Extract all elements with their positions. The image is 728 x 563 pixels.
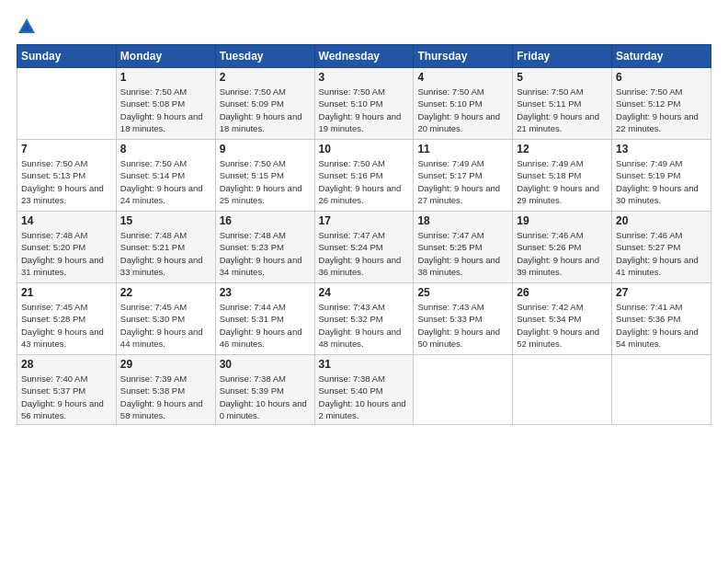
day-info: Sunrise: 7:40 AMSunset: 5:37 PMDaylight:… — [21, 373, 104, 420]
week-row-1: 1Sunrise: 7:50 AMSunset: 5:08 PMDaylight… — [17, 68, 711, 140]
day-header-monday: Monday — [116, 45, 215, 68]
day-cell: 13Sunrise: 7:49 AMSunset: 5:19 PMDayligh… — [612, 140, 711, 212]
day-number: 29 — [120, 358, 211, 371]
day-info: Sunrise: 7:44 AMSunset: 5:31 PMDaylight:… — [220, 302, 302, 349]
day-info: Sunrise: 7:42 AMSunset: 5:34 PMDaylight:… — [517, 302, 599, 349]
day-cell: 16Sunrise: 7:48 AMSunset: 5:23 PMDayligh… — [215, 212, 314, 283]
day-number: 9 — [220, 143, 311, 155]
day-header-sunday: Sunday — [17, 45, 117, 68]
day-number: 4 — [417, 71, 508, 84]
day-info: Sunrise: 7:50 AMSunset: 5:14 PMDaylight:… — [120, 158, 203, 205]
day-number: 31 — [319, 358, 410, 371]
calendar-container: SundayMondayTuesdayWednesdayThursdayFrid… — [0, 0, 728, 434]
day-number: 18 — [417, 214, 508, 227]
day-info: Sunrise: 7:39 AMSunset: 5:38 PMDaylight:… — [120, 373, 203, 420]
day-info: Sunrise: 7:47 AMSunset: 5:25 PMDaylight:… — [417, 230, 500, 277]
day-info: Sunrise: 7:50 AMSunset: 5:08 PMDaylight:… — [120, 86, 203, 133]
day-number: 20 — [616, 214, 707, 227]
day-header-tuesday: Tuesday — [215, 45, 314, 68]
header-row — [17, 17, 711, 37]
day-number: 8 — [120, 143, 211, 155]
day-cell: 5Sunrise: 7:50 AMSunset: 5:11 PMDaylight… — [513, 68, 612, 140]
logo-icon — [17, 17, 37, 37]
day-number: 22 — [120, 286, 211, 299]
day-info: Sunrise: 7:50 AMSunset: 5:10 PMDaylight:… — [319, 86, 402, 133]
week-row-5: 28Sunrise: 7:40 AMSunset: 5:37 PMDayligh… — [17, 355, 711, 425]
day-info: Sunrise: 7:50 AMSunset: 5:15 PMDaylight:… — [220, 158, 302, 205]
day-cell: 11Sunrise: 7:49 AMSunset: 5:17 PMDayligh… — [414, 140, 513, 212]
day-number: 28 — [21, 358, 112, 371]
day-number: 19 — [517, 214, 608, 227]
day-number: 15 — [120, 214, 211, 227]
day-number: 5 — [517, 71, 608, 84]
day-info: Sunrise: 7:50 AMSunset: 5:16 PMDaylight:… — [319, 158, 402, 205]
day-header-wednesday: Wednesday — [314, 45, 414, 68]
day-cell: 23Sunrise: 7:44 AMSunset: 5:31 PMDayligh… — [215, 283, 314, 355]
day-info: Sunrise: 7:45 AMSunset: 5:28 PMDaylight:… — [21, 302, 104, 349]
day-cell — [612, 355, 711, 425]
day-info: Sunrise: 7:49 AMSunset: 5:18 PMDaylight:… — [517, 158, 599, 205]
week-row-3: 14Sunrise: 7:48 AMSunset: 5:20 PMDayligh… — [17, 212, 711, 283]
day-info: Sunrise: 7:50 AMSunset: 5:09 PMDaylight:… — [220, 86, 302, 133]
day-number: 16 — [220, 214, 311, 227]
day-cell: 30Sunrise: 7:38 AMSunset: 5:39 PMDayligh… — [215, 355, 314, 425]
week-row-4: 21Sunrise: 7:45 AMSunset: 5:28 PMDayligh… — [17, 283, 711, 355]
day-info: Sunrise: 7:48 AMSunset: 5:21 PMDaylight:… — [120, 230, 203, 277]
day-number: 12 — [517, 143, 608, 155]
day-number: 30 — [220, 358, 311, 371]
day-cell: 14Sunrise: 7:48 AMSunset: 5:20 PMDayligh… — [17, 212, 117, 283]
day-info: Sunrise: 7:46 AMSunset: 5:27 PMDaylight:… — [616, 230, 699, 277]
day-header-friday: Friday — [513, 45, 612, 68]
day-info: Sunrise: 7:49 AMSunset: 5:17 PMDaylight:… — [417, 158, 500, 205]
day-cell — [513, 355, 612, 425]
day-cell: 8Sunrise: 7:50 AMSunset: 5:14 PMDaylight… — [116, 140, 215, 212]
day-number: 27 — [616, 286, 707, 299]
day-cell — [17, 68, 117, 140]
day-number: 2 — [220, 71, 311, 84]
day-info: Sunrise: 7:43 AMSunset: 5:33 PMDaylight:… — [417, 302, 500, 349]
day-number: 11 — [417, 143, 508, 155]
day-number: 23 — [220, 286, 311, 299]
day-cell: 24Sunrise: 7:43 AMSunset: 5:32 PMDayligh… — [314, 283, 414, 355]
day-cell: 28Sunrise: 7:40 AMSunset: 5:37 PMDayligh… — [17, 355, 117, 425]
day-info: Sunrise: 7:38 AMSunset: 5:40 PMDaylight:… — [319, 373, 406, 420]
day-info: Sunrise: 7:48 AMSunset: 5:20 PMDaylight:… — [21, 230, 104, 277]
day-info: Sunrise: 7:48 AMSunset: 5:23 PMDaylight:… — [220, 230, 302, 277]
day-cell: 19Sunrise: 7:46 AMSunset: 5:26 PMDayligh… — [513, 212, 612, 283]
day-number: 21 — [21, 286, 112, 299]
day-info: Sunrise: 7:47 AMSunset: 5:24 PMDaylight:… — [319, 230, 402, 277]
day-info: Sunrise: 7:46 AMSunset: 5:26 PMDaylight:… — [517, 230, 599, 277]
day-info: Sunrise: 7:50 AMSunset: 5:12 PMDaylight:… — [616, 86, 699, 133]
day-number: 6 — [616, 71, 707, 84]
day-number: 24 — [319, 286, 410, 299]
day-cell: 10Sunrise: 7:50 AMSunset: 5:16 PMDayligh… — [314, 140, 414, 212]
day-cell: 31Sunrise: 7:38 AMSunset: 5:40 PMDayligh… — [314, 355, 414, 425]
day-cell: 27Sunrise: 7:41 AMSunset: 5:36 PMDayligh… — [612, 283, 711, 355]
day-number: 1 — [120, 71, 211, 84]
day-info: Sunrise: 7:38 AMSunset: 5:39 PMDaylight:… — [220, 373, 307, 420]
day-cell: 15Sunrise: 7:48 AMSunset: 5:21 PMDayligh… — [116, 212, 215, 283]
week-row-2: 7Sunrise: 7:50 AMSunset: 5:13 PMDaylight… — [17, 140, 711, 212]
day-cell: 21Sunrise: 7:45 AMSunset: 5:28 PMDayligh… — [17, 283, 117, 355]
day-cell: 18Sunrise: 7:47 AMSunset: 5:25 PMDayligh… — [414, 212, 513, 283]
day-cell: 25Sunrise: 7:43 AMSunset: 5:33 PMDayligh… — [414, 283, 513, 355]
day-info: Sunrise: 7:50 AMSunset: 5:11 PMDaylight:… — [517, 86, 599, 133]
day-cell: 6Sunrise: 7:50 AMSunset: 5:12 PMDaylight… — [612, 68, 711, 140]
day-cell: 26Sunrise: 7:42 AMSunset: 5:34 PMDayligh… — [513, 283, 612, 355]
day-number: 13 — [616, 143, 707, 155]
day-number: 3 — [319, 71, 410, 84]
day-cell: 17Sunrise: 7:47 AMSunset: 5:24 PMDayligh… — [314, 212, 414, 283]
day-header-saturday: Saturday — [612, 45, 711, 68]
day-info: Sunrise: 7:43 AMSunset: 5:32 PMDaylight:… — [319, 302, 402, 349]
day-cell: 9Sunrise: 7:50 AMSunset: 5:15 PMDaylight… — [215, 140, 314, 212]
day-cell: 29Sunrise: 7:39 AMSunset: 5:38 PMDayligh… — [116, 355, 215, 425]
day-cell: 4Sunrise: 7:50 AMSunset: 5:10 PMDaylight… — [414, 68, 513, 140]
day-info: Sunrise: 7:50 AMSunset: 5:13 PMDaylight:… — [21, 158, 104, 205]
day-cell: 3Sunrise: 7:50 AMSunset: 5:10 PMDaylight… — [314, 68, 414, 140]
day-cell: 12Sunrise: 7:49 AMSunset: 5:18 PMDayligh… — [513, 140, 612, 212]
calendar-table: SundayMondayTuesdayWednesdayThursdayFrid… — [17, 44, 711, 425]
day-cell — [414, 355, 513, 425]
day-cell: 22Sunrise: 7:45 AMSunset: 5:30 PMDayligh… — [116, 283, 215, 355]
day-number: 7 — [21, 143, 112, 155]
day-cell: 1Sunrise: 7:50 AMSunset: 5:08 PMDaylight… — [116, 68, 215, 140]
